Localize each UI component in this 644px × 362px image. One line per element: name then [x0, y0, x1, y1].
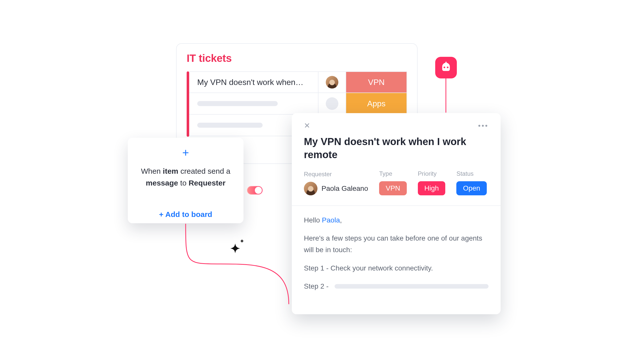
step-1: Step 1 - Check your network connectivity… [304, 262, 489, 274]
greeting-name: Paola [322, 216, 340, 224]
priority-pill[interactable]: High [418, 181, 446, 195]
recipe-bold-requester: Requester [189, 179, 226, 187]
recipe-text-part: created send a [178, 167, 230, 175]
ticket-meta: Requester Paola Galeano Type VPN Priorit… [304, 170, 489, 195]
tag-vpn[interactable]: VPN [346, 72, 407, 93]
skeleton-line [335, 284, 489, 289]
recipe-text-part: When [141, 167, 163, 175]
sparkle-icon [225, 242, 245, 261]
skeleton-line [197, 123, 263, 128]
meta-priority: Priority High [418, 170, 446, 195]
automation-recipe-card[interactable]: + When item created send a message to Re… [128, 138, 244, 223]
recipe-bold-item: item [163, 167, 178, 175]
divider [292, 205, 501, 206]
board-title: IT tickets [187, 52, 407, 64]
avatar [326, 76, 338, 88]
recipe-text: When item created send a message to Requ… [136, 165, 235, 189]
type-pill[interactable]: VPN [379, 181, 407, 195]
table-row[interactable]: Apps [189, 93, 407, 115]
meta-requester: Requester Paola Galeano [304, 171, 368, 195]
greeting-post: , [340, 216, 342, 224]
message-body: Hello Paola, Here's a few steps you can … [304, 214, 489, 292]
meta-label-status: Status [456, 170, 487, 177]
intro-text: Here's a few steps you can take before o… [304, 233, 489, 256]
meta-type: Type VPN [379, 170, 407, 195]
meta-label-type: Type [379, 170, 407, 177]
ticket-title-placeholder [189, 93, 318, 114]
status-pill[interactable]: Open [456, 181, 487, 195]
bot-badge[interactable] [435, 57, 457, 78]
meta-status: Status Open [456, 170, 487, 195]
skeleton-line [197, 101, 278, 106]
requester-avatar-cell [318, 72, 346, 93]
table-row[interactable]: My VPN doesn't work when… VPN [189, 71, 407, 93]
greeting-pre: Hello [304, 216, 322, 224]
ticket-title: My VPN doesn't work when… [189, 72, 318, 93]
add-to-board-button[interactable]: + Add to board [159, 205, 212, 219]
recipe-text-part: to [178, 179, 189, 187]
requester-avatar-cell [318, 93, 346, 114]
close-icon[interactable]: ✕ [304, 121, 310, 130]
more-menu-icon[interactable]: ••• [478, 122, 489, 130]
avatar-placeholder [326, 97, 338, 110]
connector-curve [181, 221, 291, 307]
requester-name: Paola Galeano [321, 185, 368, 193]
plus-icon: + [182, 147, 189, 158]
recipe-bold-message: message [146, 179, 178, 187]
requester-value[interactable]: Paola Galeano [304, 182, 368, 195]
automation-toggle[interactable] [247, 186, 263, 195]
meta-label-requester: Requester [304, 171, 368, 178]
connector-line [446, 78, 446, 113]
ticket-detail-panel: ✕ ••• My VPN doesn't work when I work re… [292, 113, 501, 314]
tag-apps[interactable]: Apps [346, 93, 407, 114]
robot-icon [439, 61, 453, 75]
avatar [304, 182, 317, 195]
ticket-title: My VPN doesn't work when I work remote [304, 135, 489, 161]
board-accent-bar [187, 71, 189, 137]
meta-label-priority: Priority [418, 170, 446, 177]
step-2-label: Step 2 - [304, 281, 329, 292]
